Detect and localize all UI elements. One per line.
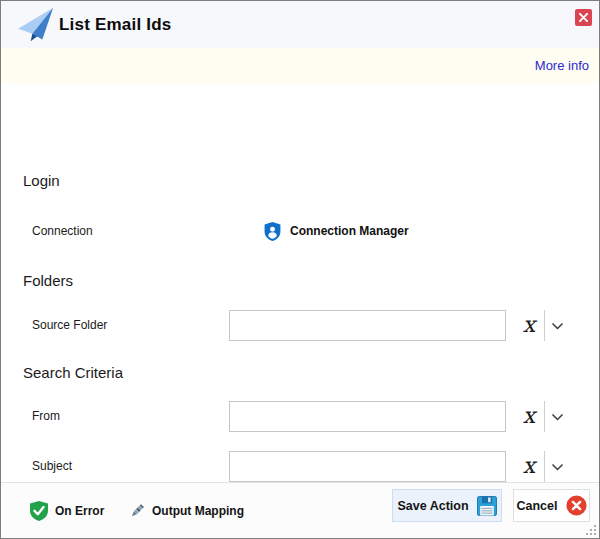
close-button[interactable] <box>575 9 592 26</box>
connection-manager-value[interactable]: Connection Manager <box>290 216 409 246</box>
subject-dropdown[interactable] <box>549 451 565 482</box>
on-error-button[interactable]: On Error <box>30 493 104 529</box>
close-icon <box>579 13 588 22</box>
divider <box>544 401 545 432</box>
from-row: From x <box>1 401 599 432</box>
chevron-down-icon <box>551 463 564 471</box>
subject-label: Subject <box>32 451 72 482</box>
save-action-button[interactable]: Save Action <box>392 489 502 522</box>
section-header-folders: Folders <box>23 272 73 289</box>
expression-icon[interactable]: x <box>517 308 541 341</box>
resize-grip[interactable] <box>586 525 597 536</box>
chevron-down-icon <box>551 322 564 330</box>
output-mapping-button[interactable]: Output Mapping <box>128 493 244 529</box>
divider <box>544 451 545 482</box>
shield-check-icon <box>30 501 48 521</box>
connection-row: Connection Connection Manager <box>1 216 599 246</box>
subject-input[interactable] <box>229 451 506 482</box>
cancel-circle-icon <box>566 495 587 516</box>
paper-plane-icon <box>14 7 54 42</box>
list-email-ids-dialog: List Email Ids More info Login Connectio… <box>0 0 600 539</box>
from-input[interactable] <box>229 401 506 432</box>
divider <box>544 310 545 341</box>
info-bar: More info <box>1 48 599 83</box>
save-action-label: Save Action <box>397 499 468 513</box>
source-folder-dropdown[interactable] <box>549 310 565 341</box>
footer-bar: On Error Output Mapping Save Action <box>1 482 599 538</box>
pen-icon <box>128 502 146 520</box>
source-folder-input[interactable] <box>229 310 506 341</box>
connection-label: Connection <box>32 216 93 247</box>
floppy-disk-icon <box>477 496 497 516</box>
cancel-button[interactable]: Cancel <box>513 489 590 522</box>
expression-icon[interactable]: x <box>517 449 541 482</box>
source-folder-label: Source Folder <box>32 310 107 341</box>
form-content: Login Connection Connection Manager Fold… <box>1 83 599 482</box>
output-mapping-label: Output Mapping <box>152 504 244 518</box>
from-label: From <box>32 401 60 432</box>
dialog-title: List Email Ids <box>59 1 171 48</box>
title-bar: List Email Ids <box>1 1 599 48</box>
expression-icon[interactable]: x <box>517 399 541 432</box>
chevron-down-icon <box>551 413 564 421</box>
section-header-search-criteria: Search Criteria <box>23 364 123 381</box>
on-error-label: On Error <box>55 504 104 518</box>
source-folder-row: Source Folder x <box>1 310 599 341</box>
connection-shield-icon <box>264 222 281 241</box>
more-info-link[interactable]: More info <box>535 48 589 83</box>
section-header-login: Login <box>23 172 60 189</box>
from-dropdown[interactable] <box>549 401 565 432</box>
subject-row: Subject x <box>1 451 599 482</box>
cancel-label: Cancel <box>517 499 558 513</box>
